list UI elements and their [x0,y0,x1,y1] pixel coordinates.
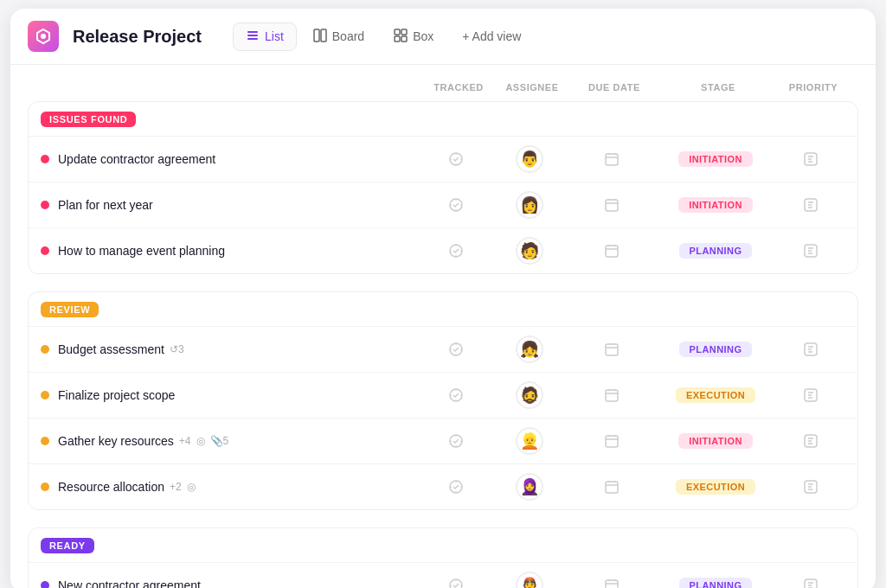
due-date-cell[interactable] [568,342,655,357]
assignee-cell[interactable]: 🧔 [491,381,568,409]
stage-cell[interactable]: INITIATION [655,151,776,167]
assignee-cell[interactable]: 👩 [491,191,568,219]
tracked-cell[interactable] [421,197,491,213]
stage-cell[interactable]: EXECUTION [655,479,776,495]
task-label: Gather key resources+4◎📎5 [58,434,228,448]
task-meta: +4 [179,435,191,447]
col-assignee: ASSIGNEE [493,82,571,93]
due-date-cell[interactable] [568,387,655,403]
due-date-cell[interactable] [568,197,655,213]
svg-rect-2 [247,31,258,33]
table-row[interactable]: New contractor agreement👲PLANNING [29,562,857,588]
stage-badge: PLANNING [679,342,753,357]
assignee-cell[interactable]: 👱 [491,427,568,455]
assignee-cell[interactable]: 👨 [491,145,568,173]
priority-cell[interactable] [776,387,845,403]
tracked-cell[interactable] [421,479,491,495]
tab-board-label: Board [332,29,364,43]
section-badge-ready: READY [41,538,94,553]
tab-list[interactable]: List [233,22,297,51]
task-name-cell: Finalize project scope [41,388,421,402]
task-dot [41,581,49,588]
task-dot [41,345,49,354]
svg-rect-34 [805,579,817,588]
task-title: Gather key resources [58,434,174,448]
priority-cell[interactable] [776,479,845,495]
add-view-button[interactable]: + Add view [450,24,533,48]
due-date-cell[interactable] [568,479,655,495]
task-meta: +2 [170,481,182,493]
task-dot [41,391,49,399]
stage-badge: EXECUTION [676,479,755,495]
stage-cell[interactable]: PLANNING [655,342,776,357]
avatar: 🧑 [516,237,543,265]
section-badge-issues: ISSUES FOUND [41,112,136,127]
nav-tabs: List Board [233,22,533,51]
priority-cell[interactable] [776,433,845,449]
task-label: Plan for next year [58,198,153,212]
task-dot [41,155,49,163]
task-label: New contractor agreement [58,578,201,588]
task-title: New contractor agreement [58,578,201,588]
stage-cell[interactable]: PLANNING [655,243,776,259]
task-name-cell: Budget assessment↺3 [41,342,421,356]
due-date-cell[interactable] [568,433,655,449]
tracked-cell[interactable] [421,578,491,588]
table-row[interactable]: Budget assessment↺3👧PLANNING [29,326,857,372]
task-name-cell: Resource allocation+2◎ [41,480,421,494]
tracked-cell[interactable] [421,433,491,449]
task-meta: ◎ [187,481,196,493]
priority-cell[interactable] [776,151,845,167]
due-date-cell[interactable] [568,243,655,259]
assignee-cell[interactable]: 🧑 [491,237,568,265]
task-name-cell: New contractor agreement [41,578,421,588]
assignee-cell[interactable]: 🧕 [491,473,568,501]
table-row[interactable]: Gather key resources+4◎📎5👱INITIATION [29,418,857,463]
section-review: REVIEWBudget assessment↺3👧PLANNINGFinali… [28,291,858,510]
stage-badge: INITIATION [678,197,753,213]
tab-board[interactable]: Board [300,22,377,51]
task-name-cell: Update contractor agreement [41,152,421,166]
svg-rect-15 [606,200,618,211]
priority-cell[interactable] [776,578,845,588]
avatar: 👱 [516,427,543,455]
priority-cell[interactable] [776,243,845,259]
due-date-cell[interactable] [568,578,655,588]
table-row[interactable]: Plan for next year👩INITIATION [29,182,857,227]
tracked-cell[interactable] [421,342,491,357]
tracked-cell[interactable] [421,243,491,259]
svg-rect-27 [606,436,618,447]
stage-cell[interactable]: INITIATION [655,433,776,449]
due-date-cell[interactable] [568,151,655,167]
table-row[interactable]: Finalize project scope🧔EXECUTION [29,372,857,418]
table-row[interactable]: Resource allocation+2◎🧕EXECUTION [29,463,857,509]
svg-rect-7 [395,29,400,35]
priority-cell[interactable] [776,342,845,357]
tracked-cell[interactable] [421,151,491,167]
stage-cell[interactable]: EXECUTION [655,387,776,403]
task-label: Update contractor agreement [58,152,215,166]
sections-container: ISSUES FOUNDUpdate contractor agreement👨… [28,101,858,588]
col-stage: STAGE [658,82,779,93]
svg-rect-30 [606,482,618,493]
table-row[interactable]: How to manage event planning🧑PLANNING [29,227,857,273]
assignee-cell[interactable]: 👧 [491,336,568,363]
tracked-cell[interactable] [421,387,491,403]
stage-cell[interactable]: PLANNING [655,578,776,588]
svg-rect-9 [395,36,400,42]
priority-cell[interactable] [776,197,845,213]
stage-cell[interactable]: INITIATION [655,197,776,213]
task-dot [41,246,49,255]
svg-rect-18 [606,246,618,257]
svg-rect-24 [606,390,618,401]
stage-badge: PLANNING [679,243,753,259]
table-row[interactable]: Update contractor agreement👨INITIATION [29,136,857,182]
tab-box[interactable]: Box [381,22,446,51]
task-label: Budget assessment↺3 [58,342,184,356]
task-label: Finalize project scope [58,388,175,402]
section-header-review: REVIEW [29,292,857,326]
avatar: 👧 [516,336,543,363]
svg-rect-6 [321,29,326,42]
assignee-cell[interactable]: 👲 [491,572,568,588]
col-due-date: DUE DATE [571,82,658,93]
